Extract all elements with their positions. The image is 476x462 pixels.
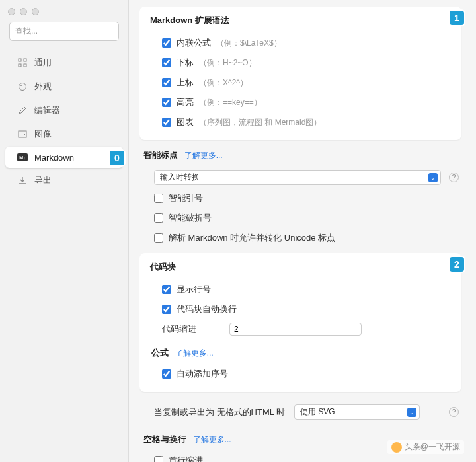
markdown-icon: M↓: [17, 152, 28, 163]
svg-rect-3: [24, 64, 26, 67]
sidebar-item-label: 导出: [34, 174, 52, 186]
annotation-badge-0: 0: [110, 151, 124, 165]
checkbox-superscript[interactable]: [162, 78, 171, 87]
section-title: Markdown 扩展语法: [150, 15, 451, 26]
sidebar-item-image[interactable]: 图像: [5, 123, 123, 145]
option-label: 智能引号: [169, 192, 203, 204]
option-label: 首行缩进: [169, 455, 203, 462]
indent-label: 代码缩进: [162, 323, 221, 335]
section-title: 智能标点: [143, 150, 178, 160]
sidebar-item-label: 通用: [34, 57, 52, 69]
svg-rect-6: [19, 131, 26, 137]
svg-point-5: [20, 85, 22, 86]
export-html-label: 当复制或导出为 无格式的HTML 时: [154, 406, 286, 418]
search-input[interactable]: 查找...: [9, 22, 119, 41]
option-label: 图表: [177, 116, 194, 128]
zoom-icon[interactable]: [32, 8, 39, 15]
annotation-badge-1: 1: [450, 11, 464, 25]
chevron-updown-icon: ⌄: [428, 173, 438, 182]
select-value: 输入时转换: [160, 172, 200, 183]
sidebar-item-label: 外观: [34, 81, 52, 93]
section-markdown-extensions: 1 Markdown 扩展语法 内联公式（例：$\LaTeX$） 下标（例：H~…: [139, 7, 461, 140]
svg-point-4: [19, 83, 26, 91]
checkbox-code-wrap[interactable]: [162, 305, 171, 314]
option-hint: （序列图，流程图 和 Mermaid图）: [199, 117, 321, 128]
svg-rect-1: [24, 59, 26, 61]
checkbox-highlight[interactable]: [162, 98, 171, 107]
export-icon: [17, 175, 28, 186]
avatar-icon: [391, 442, 402, 453]
checkbox-smart-quotes[interactable]: [154, 194, 163, 203]
option-label: 智能破折号: [169, 212, 212, 224]
learn-more-link[interactable]: 了解更多...: [184, 151, 223, 160]
minimize-icon[interactable]: [20, 8, 27, 15]
checkbox-smart-dashes[interactable]: [154, 213, 163, 223]
checkbox-diagram[interactable]: [162, 118, 171, 127]
watermark: 头条@一飞开源: [387, 440, 464, 454]
option-label: 高亮: [177, 96, 194, 108]
sidebar-item-export[interactable]: 导出: [5, 169, 123, 192]
grid-icon: [17, 58, 28, 68]
option-label: 上标: [177, 77, 194, 89]
option-label: 解析 Markdown 时允许并转化 Unicode 标点: [169, 232, 335, 244]
section-smart-punctuation: 智能标点 了解更多... 输入时转换 ⌄ ? 智能引号 智能破折号 解析 Mar…: [139, 149, 461, 253]
sidebar-item-appearance[interactable]: 外观: [5, 75, 123, 98]
close-icon[interactable]: [8, 8, 15, 15]
option-hint: （例：==key==）: [199, 97, 262, 108]
image-icon: [17, 129, 28, 139]
svg-rect-2: [19, 64, 21, 67]
section-math-export: 当复制或导出为 无格式的HTML 时 使用 SVG ⌄ ?: [139, 401, 461, 428]
checkbox-auto-number[interactable]: [162, 369, 171, 379]
code-indent-input[interactable]: [229, 323, 362, 336]
section-title: 公式: [151, 348, 169, 358]
palette-icon: [17, 81, 28, 92]
annotation-badge-2: 2: [450, 257, 464, 272]
option-label: 显示行号: [177, 284, 211, 295]
window-controls: [0, 5, 128, 22]
checkbox-unicode-punct[interactable]: [154, 233, 163, 243]
option-hint: （例：$\LaTeX$）: [216, 38, 282, 49]
checkbox-first-line-indent[interactable]: [154, 456, 163, 462]
select-convert-on-input[interactable]: 输入时转换 ⌄: [154, 170, 441, 185]
section-title: 代码块: [150, 261, 451, 273]
option-label: 自动添加序号: [177, 368, 228, 380]
select-math-export[interactable]: 使用 SVG ⌄: [294, 404, 420, 420]
section-title: 空格与换行: [143, 434, 186, 444]
option-hint: （例：X^2^）: [199, 77, 248, 89]
chevron-updown-icon: ⌄: [407, 408, 416, 417]
checkbox-inline-math[interactable]: [162, 38, 171, 48]
help-icon[interactable]: ?: [449, 407, 459, 417]
sidebar-item-markdown[interactable]: M↓ Markdown 0: [5, 147, 123, 168]
sidebar: 查找... 通用 外观 编辑器 图像 M↓: [0, 0, 129, 462]
sidebar-item-label: 图像: [34, 128, 52, 140]
svg-rect-0: [19, 59, 21, 61]
learn-more-link[interactable]: 了解更多...: [175, 348, 214, 358]
pencil-icon: [17, 105, 28, 116]
checkbox-line-numbers[interactable]: [162, 285, 171, 294]
select-value: 使用 SVG: [300, 406, 335, 418]
checkbox-subscript[interactable]: [162, 58, 171, 67]
option-hint: （例：H~2~O）: [199, 58, 257, 69]
option-label: 下标: [177, 57, 194, 69]
section-code-block: 2 代码块 显示行号 代码块自动换行 代码缩进 公式 了解更多... 自动添加序…: [139, 253, 461, 392]
sidebar-item-label: Markdown: [34, 153, 74, 163]
content: 1 Markdown 扩展语法 内联公式（例：$\LaTeX$） 下标（例：H~…: [129, 0, 476, 462]
sidebar-item-label: 编辑器: [34, 104, 60, 116]
help-icon[interactable]: ?: [449, 173, 459, 182]
sidebar-item-editor[interactable]: 编辑器: [5, 99, 123, 122]
sidebar-item-general[interactable]: 通用: [5, 52, 123, 74]
option-label: 代码块自动换行: [177, 303, 237, 315]
option-label: 内联公式: [177, 37, 211, 49]
learn-more-link[interactable]: 了解更多...: [193, 435, 231, 444]
svg-text:M↓: M↓: [19, 155, 25, 160]
